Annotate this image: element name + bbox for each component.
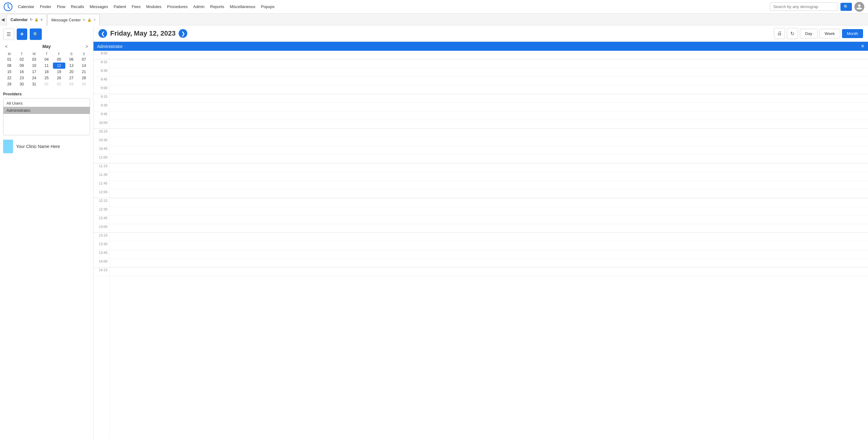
tab-calendar[interactable]: Calendar ↻ 🔒 × [6,14,47,26]
tab-message-lock-icon[interactable]: 🔒 [87,18,92,22]
mini-cal-day[interactable]: 03 [65,81,78,87]
mini-cal-day[interactable]: 10 [28,63,40,69]
mini-cal-next-button[interactable]: > [84,43,90,50]
mini-cal-day[interactable]: 24 [28,75,40,81]
appointment-slot[interactable] [110,189,868,198]
tab-message-refresh-icon[interactable]: ↻ [83,18,86,22]
mini-cal-day[interactable]: 04 [78,81,90,87]
tab-calendar-refresh-icon[interactable]: ↻ [30,18,32,22]
mini-cal-day[interactable]: 17 [28,69,40,75]
appointment-slot[interactable] [110,103,868,112]
tab-calendar-lock-icon[interactable]: 🔒 [34,18,39,22]
appointment-slot[interactable] [110,207,868,216]
appointment-slot[interactable] [110,242,868,250]
mini-cal-day[interactable]: 01 [40,81,53,87]
mini-cal-day[interactable]: 25 [40,75,53,81]
mini-cal-day[interactable]: 14 [78,63,90,69]
mini-cal-day[interactable]: 16 [16,69,28,75]
mini-cal-day[interactable]: 23 [16,75,28,81]
mini-cal-day[interactable]: 08 [3,63,16,69]
mini-cal-day[interactable]: 06 [65,56,78,63]
appointment-slot[interactable] [110,112,868,120]
mini-cal-day[interactable]: 27 [65,75,78,81]
appointment-slot[interactable] [110,224,868,233]
refresh-button[interactable]: ↻ [787,28,798,39]
appointment-slot[interactable] [110,146,868,155]
nav-miscellaneous[interactable]: Miscellaneous [230,4,255,9]
appointment-slot[interactable] [110,59,868,68]
mini-cal-day[interactable]: 15 [3,69,16,75]
appointment-slot[interactable] [110,250,868,259]
mini-cal-day[interactable]: 20 [65,69,78,75]
mini-cal-day[interactable]: 30 [16,81,28,87]
search-calendar-button[interactable]: 🔍 [30,29,42,40]
nav-admin[interactable]: Admin [193,4,205,9]
appointments-column[interactable] [110,51,868,439]
appointment-slot[interactable] [110,51,868,59]
mini-cal-day[interactable]: 28 [78,75,90,81]
cal-next-button[interactable]: ❯ [179,29,187,38]
nav-finder[interactable]: Finder [40,4,52,9]
menu-button[interactable]: ☰ [3,29,14,40]
mini-cal-day[interactable]: 02 [53,81,65,87]
nav-patient[interactable]: Patient [114,4,126,9]
appointment-slot[interactable] [110,68,868,77]
appointment-slot[interactable] [110,216,868,224]
mini-cal-day[interactable]: 21 [78,69,90,75]
appointment-slot[interactable] [110,268,868,276]
appointment-slot[interactable] [110,77,868,86]
appointment-slot[interactable] [110,120,868,129]
tab-message-center[interactable]: Message Center ↻ 🔒 × [48,14,100,26]
cal-prev-button[interactable]: ❮ [98,29,107,38]
tab-message-close-icon[interactable]: × [93,18,96,22]
nav-procedures[interactable]: Procedures [167,4,187,9]
tab-calendar-close-icon[interactable]: × [40,18,43,22]
search-input[interactable] [770,2,838,11]
nav-messages[interactable]: Messages [90,4,108,9]
app-logo[interactable] [4,2,12,11]
mini-cal-day[interactable]: 07 [78,56,90,63]
appointment-slot[interactable] [110,198,868,207]
mini-cal-day[interactable]: 09 [16,63,28,69]
week-view-button[interactable]: Week [819,29,840,38]
add-button[interactable]: + [17,29,27,40]
mini-cal-day[interactable]: 22 [3,75,16,81]
user-avatar[interactable] [855,2,864,12]
mini-cal-day[interactable]: 04 [40,56,53,63]
nav-popups[interactable]: Popups [261,4,275,9]
appointment-slot[interactable] [110,259,868,268]
mini-cal-day[interactable]: 13 [65,63,78,69]
mini-cal-day[interactable]: 01 [3,56,16,63]
mini-cal-day[interactable]: 31 [28,81,40,87]
appointment-slot[interactable] [110,94,868,103]
day-view-button[interactable]: Day [800,29,817,38]
appointment-slot[interactable] [110,137,868,146]
month-view-button[interactable]: Month [842,29,863,38]
appointment-slot[interactable] [110,129,868,137]
mini-cal-day[interactable]: 03 [28,56,40,63]
mini-cal-day[interactable]: 29 [3,81,16,87]
provider-administrator[interactable]: Administrator, [3,107,90,114]
nav-reports[interactable]: Reports [210,4,224,9]
appointment-slot[interactable] [110,181,868,189]
admin-close-button[interactable]: × [861,43,864,50]
appointment-slot[interactable] [110,172,868,181]
nav-flow[interactable]: Flow [57,4,65,9]
nav-recalls[interactable]: Recalls [71,4,84,9]
mini-cal-day[interactable]: 18 [40,69,53,75]
mini-cal-prev-button[interactable]: < [3,43,9,50]
mini-cal-day[interactable]: 05 [53,56,65,63]
nav-fees[interactable]: Fees [131,4,141,9]
provider-all-users[interactable]: All Users [3,100,90,107]
nav-calendar[interactable]: Calendar [18,4,34,9]
mini-cal-day[interactable]: 02 [16,56,28,63]
nav-modules[interactable]: Modules [146,4,161,9]
print-button[interactable]: 🖨 [774,28,785,39]
appointment-slot[interactable] [110,86,868,94]
appointment-slot[interactable] [110,163,868,172]
mini-cal-day[interactable]: 11 [40,63,53,69]
appointment-slot[interactable] [110,155,868,163]
mini-cal-day[interactable]: 19 [53,69,65,75]
appointment-slot[interactable] [110,233,868,242]
search-button[interactable]: 🔍 [840,3,852,11]
